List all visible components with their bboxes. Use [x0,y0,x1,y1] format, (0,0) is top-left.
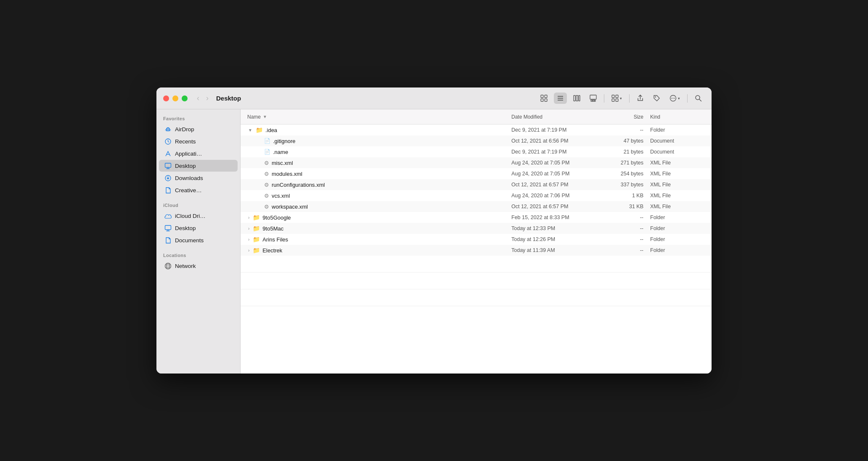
icloud-documents-label: Documents [175,237,204,244]
xml-icon: ⚙ [264,182,269,188]
document-icon: 📄 [264,138,270,144]
table-row[interactable]: ⚙ runConfigurations.xml Oct 12, 2021 at … [241,179,712,190]
expand-button[interactable]: › [247,226,250,231]
file-date: Aug 24, 2020 at 7:06 PM [511,193,604,199]
search-button[interactable] [692,93,705,104]
sidebar-item-icloud-drive[interactable]: iCloud Dri… [159,210,238,222]
svg-rect-16 [612,99,614,101]
file-kind: Folder [650,127,705,133]
expand-button[interactable]: › [247,215,250,220]
icon-view-button[interactable] [537,93,550,104]
file-name: Electrek [262,247,282,254]
sidebar-item-airdrop[interactable]: AirDrop [159,123,238,135]
file-pane: Name ▼ Date Modified Size Kind ▼ [241,109,712,374]
file-size: -- [604,215,650,220]
sidebar-item-desktop[interactable]: Desktop [159,160,238,172]
table-row[interactable]: 📄 .name Dec 9, 2021 at 7:19 PM 21 bytes … [241,146,712,157]
collapse-button[interactable]: ▼ [247,128,253,132]
file-kind: Folder [650,225,705,231]
forward-button[interactable]: › [204,92,211,104]
maximize-button[interactable] [182,95,188,101]
xml-icon: ⚙ [264,193,269,199]
empty-row [241,273,712,289]
toolbar-sep-3 [687,94,688,103]
table-row[interactable]: › 📁 Electrek Today at 11:39 AM -- Folder [241,245,712,256]
svg-point-20 [671,98,672,99]
svg-rect-17 [616,99,618,101]
file-kind: XML File [650,182,705,188]
titlebar: ‹ › Desktop ▾ [156,87,712,109]
traffic-lights [163,95,188,101]
file-name: 9to5Google [262,215,291,221]
file-kind: Folder [650,215,705,220]
applications-label: Applicati… [175,151,202,157]
gallery-view-button[interactable] [587,93,600,104]
file-name: 9to5Mac [262,225,283,232]
table-row[interactable]: ▼ 📁 .idea Dec 9, 2021 at 7:19 PM -- Fold… [241,125,712,135]
date-column-header[interactable]: Date Modified [511,114,604,120]
folder-icon: 📁 [253,247,260,254]
file-date: Today at 11:39 AM [511,247,604,253]
downloads-icon [164,174,172,182]
folder-icon: 📁 [253,214,260,221]
file-size: -- [604,247,650,253]
table-row[interactable]: ⚙ misc.xml Aug 24, 2020 at 7:05 PM 271 b… [241,157,712,168]
table-row[interactable]: ⚙ workspace.xml Oct 12, 2021 at 6:57 PM … [241,201,712,212]
xml-icon: ⚙ [264,171,269,177]
share-button[interactable] [634,93,647,104]
folder-icon: 📁 [253,225,260,232]
tag-button[interactable] [650,93,663,104]
sidebar-item-applications[interactable]: Applicati… [159,148,238,159]
sidebar-item-icloud-documents[interactable]: Documents [159,234,238,246]
more-button[interactable]: ▾ [667,93,683,104]
sidebar: Favorites AirDrop Recents Applicati… [156,109,241,374]
svg-rect-3 [545,99,547,101]
kind-column-header[interactable]: Kind [650,114,705,120]
file-date: Today at 12:26 PM [511,236,604,242]
sidebar-item-network[interactable]: Network [159,260,238,272]
table-row[interactable]: › 📁 Arins Files Today at 12:26 PM -- Fol… [241,234,712,245]
table-row[interactable]: ⚙ modules.xml Aug 24, 2020 at 7:05 PM 25… [241,168,712,179]
network-icon [164,262,172,270]
file-date: Aug 24, 2020 at 7:05 PM [511,171,604,177]
group-button[interactable]: ▾ [609,93,625,104]
minimize-button[interactable] [172,95,178,101]
svg-rect-1 [545,95,547,98]
file-size: -- [604,236,650,242]
file-name: .idea [265,127,277,133]
expand-button[interactable]: › [247,248,250,253]
back-button[interactable]: ‹ [194,92,202,104]
column-headers: Name ▼ Date Modified Size Kind [241,109,712,125]
svg-rect-28 [165,163,171,167]
table-row[interactable]: › 📁 9to5Mac Today at 12:33 PM -- Folder [241,223,712,234]
close-button[interactable] [163,95,169,101]
file-kind: Folder [650,236,705,242]
svg-rect-10 [590,95,596,99]
file-name: Arins Files [262,236,288,243]
icloud-label: iCloud [156,199,240,209]
file-size: 1 KB [604,193,650,199]
file-name: runConfigurations.xml [272,182,325,188]
creative-label: Creative… [175,187,202,193]
list-view-button[interactable] [554,93,567,104]
sidebar-item-recents[interactable]: Recents [159,135,238,147]
toolbar-sep-2 [629,94,630,103]
toolbar-right: ▾ ▾ [537,93,705,104]
column-view-button[interactable] [570,93,583,104]
sort-arrow: ▼ [263,114,267,119]
nav-buttons: ‹ › [194,92,211,104]
table-row[interactable]: 📄 .gitignore Oct 12, 2021 at 6:56 PM 47 … [241,135,712,146]
sidebar-item-creative[interactable]: Creative… [159,184,238,196]
file-date: Oct 12, 2021 at 6:56 PM [511,138,604,144]
file-size: 337 bytes [604,182,650,188]
name-column-header[interactable]: Name ▼ [247,114,511,120]
file-kind: XML File [650,193,705,199]
sidebar-item-icloud-desktop[interactable]: Desktop [159,222,238,234]
sidebar-item-downloads[interactable]: Downloads [159,172,238,184]
file-date: Today at 12:33 PM [511,225,604,231]
file-date: Feb 15, 2022 at 8:33 PM [511,215,604,220]
expand-button[interactable]: › [247,237,250,242]
size-column-header[interactable]: Size [604,114,650,120]
table-row[interactable]: › 📁 9to5Google Feb 15, 2022 at 8:33 PM -… [241,212,712,223]
table-row[interactable]: ⚙ vcs.xml Aug 24, 2020 at 7:06 PM 1 KB X… [241,190,712,201]
